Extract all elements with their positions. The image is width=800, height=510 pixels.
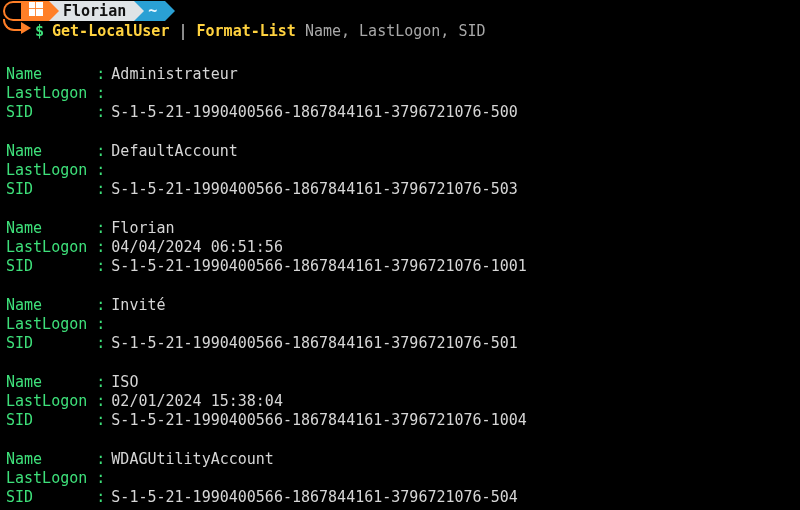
field-colon: : <box>96 103 105 122</box>
field-label: SID <box>6 257 96 276</box>
field-value: DefaultAccount <box>111 142 237 161</box>
field-label: SID <box>6 411 96 430</box>
output-record: Name :DefaultAccountLastLogon :SID :S-1-… <box>6 142 796 199</box>
field-label: LastLogon <box>6 238 96 257</box>
field-label: SID <box>6 103 96 122</box>
cmdlet-format-list: Format-List <box>197 22 296 40</box>
field-value: S-1-5-21-1990400566-1867844161-379672107… <box>111 180 517 199</box>
field-label: Name <box>6 450 96 469</box>
field-value: S-1-5-21-1990400566-1867844161-379672107… <box>111 411 526 430</box>
caret-icon <box>21 22 31 34</box>
field-colon: : <box>96 373 105 392</box>
field-value: 04/04/2024 06:51:56 <box>111 238 283 257</box>
command-text: Get-LocalUser | Format-List Name, LastLo… <box>52 22 486 41</box>
field-colon: : <box>96 334 105 353</box>
output-line-sid: SID :S-1-5-21-1990400566-1867844161-3796… <box>6 488 796 507</box>
prompt-segment-user: Florian <box>49 1 134 21</box>
output-line-name: Name :DefaultAccount <box>6 142 796 161</box>
cmdlet-get-localuser: Get-LocalUser <box>52 22 169 40</box>
field-colon: : <box>96 469 105 488</box>
field-label: Name <box>6 373 96 392</box>
field-value: S-1-5-21-1990400566-1867844161-379672107… <box>111 334 517 353</box>
prompt-ribbon-bottom <box>3 19 21 31</box>
field-colon: : <box>96 411 105 430</box>
field-colon: : <box>96 488 105 507</box>
field-value: ISO <box>111 373 138 392</box>
field-colon: : <box>96 238 105 257</box>
prompt-sigil: $ <box>35 22 44 41</box>
output-line-sid: SID :S-1-5-21-1990400566-1867844161-3796… <box>6 257 796 276</box>
field-label: LastLogon <box>6 469 96 488</box>
field-label: SID <box>6 488 96 507</box>
output-record: Name :AdministrateurLastLogon :SID :S-1-… <box>6 65 796 122</box>
output-line-name: Name :Florian <box>6 219 796 238</box>
field-value: 02/01/2024 15:38:04 <box>111 392 283 411</box>
output-line-sid: SID :S-1-5-21-1990400566-1867844161-3796… <box>6 334 796 353</box>
field-label: Name <box>6 142 96 161</box>
pipe-operator: | <box>169 22 196 40</box>
field-label: LastLogon <box>6 161 96 180</box>
prompt-segment-os <box>21 1 49 21</box>
output-line-sid: SID :S-1-5-21-1990400566-1867844161-3796… <box>6 180 796 199</box>
output-line-sid: SID :S-1-5-21-1990400566-1867844161-3796… <box>6 411 796 430</box>
output-line-name: Name :WDAGUtilityAccount <box>6 450 796 469</box>
output-line-name: Name :Administrateur <box>6 65 796 84</box>
field-label: Name <box>6 65 96 84</box>
field-colon: : <box>96 180 105 199</box>
output-line-lastlogon: LastLogon : <box>6 84 796 103</box>
field-label: LastLogon <box>6 315 96 334</box>
field-colon: : <box>96 219 105 238</box>
prompt-username: Florian <box>63 2 126 21</box>
output-line-name: Name :ISO <box>6 373 796 392</box>
field-value: Florian <box>111 219 174 238</box>
field-value: S-1-5-21-1990400566-1867844161-379672107… <box>111 488 517 507</box>
prompt-ribbon-top <box>3 1 21 21</box>
field-value: S-1-5-21-1990400566-1867844161-379672107… <box>111 257 526 276</box>
field-label: LastLogon <box>6 392 96 411</box>
output-line-lastlogon: LastLogon : <box>6 161 796 180</box>
output-line-lastlogon: LastLogon : <box>6 315 796 334</box>
output-record: Name :WDAGUtilityAccountLastLogon :SID :… <box>6 450 796 507</box>
field-colon: : <box>96 65 105 84</box>
svg-rect-0 <box>29 2 35 8</box>
output-line-sid: SID :S-1-5-21-1990400566-1867844161-3796… <box>6 103 796 122</box>
svg-marker-4 <box>21 22 31 34</box>
prompt-path: ~ <box>148 2 157 21</box>
output-line-lastlogon: LastLogon : <box>6 469 796 488</box>
command-args: Name, LastLogon, SID <box>296 22 486 40</box>
prompt-powerline: Florian ~ <box>0 0 800 22</box>
svg-rect-2 <box>29 9 35 16</box>
field-colon: : <box>96 84 105 103</box>
field-label: SID <box>6 334 96 353</box>
svg-rect-1 <box>36 2 43 8</box>
field-value: Administrateur <box>111 65 237 84</box>
output-record: Name :FlorianLastLogon :04/04/2024 06:51… <box>6 219 796 276</box>
field-value: S-1-5-21-1990400566-1867844161-379672107… <box>111 103 517 122</box>
output-record: Name :ISOLastLogon :02/01/2024 15:38:04S… <box>6 373 796 430</box>
field-colon: : <box>96 142 105 161</box>
field-value: Invité <box>111 296 165 315</box>
field-colon: : <box>96 315 105 334</box>
svg-rect-3 <box>36 9 43 16</box>
output-record: Name :InvitéLastLogon :SID :S-1-5-21-199… <box>6 296 796 353</box>
output-line-name: Name :Invité <box>6 296 796 315</box>
output-line-lastlogon: LastLogon :02/01/2024 15:38:04 <box>6 392 796 411</box>
field-label: SID <box>6 180 96 199</box>
field-label: Name <box>6 296 96 315</box>
output-line-lastlogon: LastLogon :04/04/2024 06:51:56 <box>6 238 796 257</box>
field-colon: : <box>96 450 105 469</box>
field-label: Name <box>6 219 96 238</box>
field-colon: : <box>96 257 105 276</box>
field-colon: : <box>96 296 105 315</box>
field-label: LastLogon <box>6 84 96 103</box>
terminal[interactable]: Florian ~ $ Get-LocalUser | Format-List … <box>0 0 800 507</box>
command-line[interactable]: $ Get-LocalUser | Format-List Name, Last… <box>0 22 800 41</box>
field-value: WDAGUtilityAccount <box>111 450 274 469</box>
command-output: Name :AdministrateurLastLogon :SID :S-1-… <box>0 41 800 507</box>
windows-icon <box>29 2 43 21</box>
field-colon: : <box>96 392 105 411</box>
field-colon: : <box>96 161 105 180</box>
